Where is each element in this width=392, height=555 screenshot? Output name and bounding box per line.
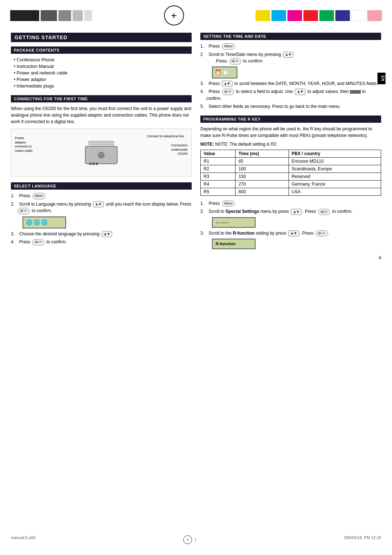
black-block-3 bbox=[58, 10, 71, 21]
table-cell: USA bbox=[289, 188, 381, 195]
table-cell: R2 bbox=[201, 165, 236, 173]
language-screen-display: 🌐 🌐 🌐 bbox=[23, 216, 66, 228]
r-key-table: Value Time (ms) PBX / country R1 65 Eric… bbox=[200, 150, 381, 196]
ok-confirm-button[interactable]: ok ↵ bbox=[17, 208, 30, 214]
table-header-pbx: PBX / country bbox=[289, 150, 381, 157]
setting-time-header: SETTING THE TIME AND DATE bbox=[200, 33, 381, 40]
r-step-3: 3. Scroll to the R-function setting by p… bbox=[200, 230, 381, 249]
table-header-time: Time (ms) bbox=[236, 150, 289, 157]
connecting-header: CONNECTING FOR THE FIRST TIME bbox=[11, 95, 192, 102]
diagram-label-power: Poweradaptorconnects tomains outlet bbox=[15, 136, 33, 153]
arrow-r-function[interactable]: ▲▼ bbox=[288, 230, 299, 237]
package-contents-section: PACKAGE CONTENTS Conference Phone Instru… bbox=[11, 46, 192, 89]
color-pink bbox=[367, 10, 382, 21]
r-function-screen: R-function bbox=[212, 239, 256, 249]
step-1: 1. Press Menu bbox=[11, 193, 192, 199]
programming-r-text: Depending on what region the phone will … bbox=[200, 126, 381, 139]
black-block-5 bbox=[84, 10, 92, 21]
color-yellow bbox=[256, 10, 270, 21]
time-step-5: 5. Select other fields as necessary. Pre… bbox=[200, 103, 381, 110]
arrow-scroll-button[interactable]: ▲▼ bbox=[283, 52, 294, 58]
table-row: R1 65 Ericsson MD110 bbox=[201, 157, 381, 165]
diagram-label-connect: Connect to telephone line bbox=[147, 134, 184, 139]
ok-time-button[interactable]: ok ↵ bbox=[229, 58, 241, 65]
table-cell: 65 bbox=[236, 157, 289, 165]
color-blocks bbox=[256, 10, 382, 21]
crosshair-footer-symbol: + bbox=[183, 535, 192, 544]
programming-r-header: PROGRAMMING THE R KEY bbox=[200, 116, 381, 123]
color-blue bbox=[335, 10, 350, 21]
table-cell: R4 bbox=[201, 180, 236, 188]
black-block-1 bbox=[10, 10, 39, 21]
select-language-section: SELECT LANGUAGE 1. Press Menu 2. Scroll … bbox=[11, 182, 192, 246]
ok-special[interactable]: ok ↵ bbox=[318, 209, 330, 215]
diagram-inner: Poweradaptorconnects tomains outlet bbox=[15, 133, 188, 173]
connecting-section: CONNECTING FOR THE FIRST TIME When using… bbox=[11, 95, 192, 177]
package-contents-list: Conference Phone Instruction Manual Powe… bbox=[14, 57, 192, 89]
table-cell: 100 bbox=[236, 165, 289, 173]
table-row: R5 600 USA bbox=[201, 188, 381, 195]
r-step-2: 2. Scroll to Special Settings menu by pr… bbox=[200, 208, 381, 227]
arrow-up-down-button[interactable]: ▲▼ bbox=[93, 201, 104, 208]
page-footer: manual-E.p65 + 7 2004/5/18, PM 12:18 bbox=[0, 535, 392, 544]
special-settings-label: Special Settings bbox=[225, 209, 259, 214]
list-item: Intermediate plugs bbox=[14, 83, 192, 89]
menu-button-time[interactable]: Menu bbox=[222, 43, 235, 50]
time-step-4: 4. Press ok ↵ to select a field to adjus… bbox=[200, 88, 381, 102]
select-language-steps: 1. Press Menu 2. Scroll to Language menu… bbox=[11, 193, 192, 246]
ok-r-function[interactable]: ok ↵ bbox=[315, 230, 328, 237]
ok-button-4[interactable]: ok ↵ bbox=[32, 239, 45, 246]
setting-time-steps: 1. Press Menu 2 Scroll to Time/Date menu… bbox=[200, 43, 381, 110]
arrow-adjust[interactable]: ▲▼ bbox=[295, 89, 306, 95]
menu-button[interactable]: Menu bbox=[32, 193, 46, 199]
color-red bbox=[303, 10, 318, 21]
setting-time-section: SETTING THE TIME AND DATE 1. Press Menu … bbox=[200, 33, 381, 110]
menu-button-r[interactable]: Menu bbox=[222, 200, 235, 207]
list-item: Instruction Manual bbox=[14, 63, 192, 70]
time-step-3: 3. Press ▲▼ to scroll between the DATE, … bbox=[200, 80, 381, 87]
color-cyan bbox=[271, 10, 286, 21]
table-cell: R3 bbox=[201, 173, 236, 180]
color-magenta bbox=[287, 10, 302, 21]
table-cell: 600 bbox=[236, 188, 289, 195]
select-language-header: SELECT LANGUAGE bbox=[11, 182, 192, 190]
crosshair-center-symbol: + bbox=[164, 5, 184, 25]
table-cell: Scandinavia, Europe bbox=[289, 165, 381, 173]
left-column: GETTING STARTED PACKAGE CONTENTS Confere… bbox=[11, 33, 192, 260]
step-2: 2. Scroll to Language menu by pressing ▲… bbox=[11, 201, 192, 228]
right-column: SETTING THE TIME AND DATE 1. Press Menu … bbox=[200, 33, 381, 260]
package-contents-header: PACKAGE CONTENTS bbox=[11, 46, 192, 54]
page-number-4: 4 bbox=[200, 255, 381, 260]
time-step-2: 2 Scroll to Time/Date menu by pressing ▲… bbox=[200, 51, 381, 78]
top-decorative-bar: + bbox=[0, 0, 392, 25]
connecting-text: When using the OS200 for the first time,… bbox=[11, 105, 192, 125]
footer-crosshair: + 7 bbox=[183, 535, 196, 544]
r-step-1: 1. Press Menu. bbox=[200, 200, 381, 207]
black-block-2 bbox=[41, 10, 57, 21]
table-row: R2 100 Scandinavia, Europe bbox=[201, 165, 381, 173]
footer-filename: manual-E.p65 bbox=[11, 535, 36, 544]
ok-select-field[interactable]: ok ↵ bbox=[222, 89, 234, 95]
special-settings-screen: — —— bbox=[212, 217, 256, 228]
table-header-value: Value bbox=[201, 150, 236, 157]
main-content: GETTING STARTED PACKAGE CONTENTS Confere… bbox=[0, 33, 392, 260]
table-cell: R5 bbox=[201, 188, 236, 195]
step-3: 3. Choose the desired language by pressi… bbox=[11, 231, 192, 238]
list-item: Conference Phone bbox=[14, 57, 192, 63]
table-row: R3 150 Reserved bbox=[201, 173, 381, 180]
black-block-4 bbox=[73, 10, 83, 21]
table-row: R4 270 Germany, France bbox=[201, 180, 381, 188]
black-gradient-blocks bbox=[10, 10, 92, 21]
step-4: 4. Press ok ↵ to confirm. bbox=[11, 239, 192, 246]
phone-diagram: Poweradaptorconnects tomains outlet bbox=[11, 129, 192, 177]
arrow-scroll-fields[interactable]: ▲▼ bbox=[222, 81, 233, 87]
color-green bbox=[319, 10, 334, 21]
table-cell: Germany, France bbox=[289, 180, 381, 188]
r-key-steps: 1. Press Menu. 2. Scroll to Special Sett… bbox=[200, 200, 381, 249]
arrow-button[interactable]: ▲▼ bbox=[102, 231, 113, 238]
footer-date: 2004/5/18, PM 12:18 bbox=[344, 535, 381, 544]
table-cell: Reserved bbox=[289, 173, 381, 180]
color-white bbox=[351, 10, 366, 21]
arrow-special[interactable]: ▲▼ bbox=[291, 209, 302, 215]
getting-started-header: GETTING STARTED bbox=[11, 33, 192, 42]
